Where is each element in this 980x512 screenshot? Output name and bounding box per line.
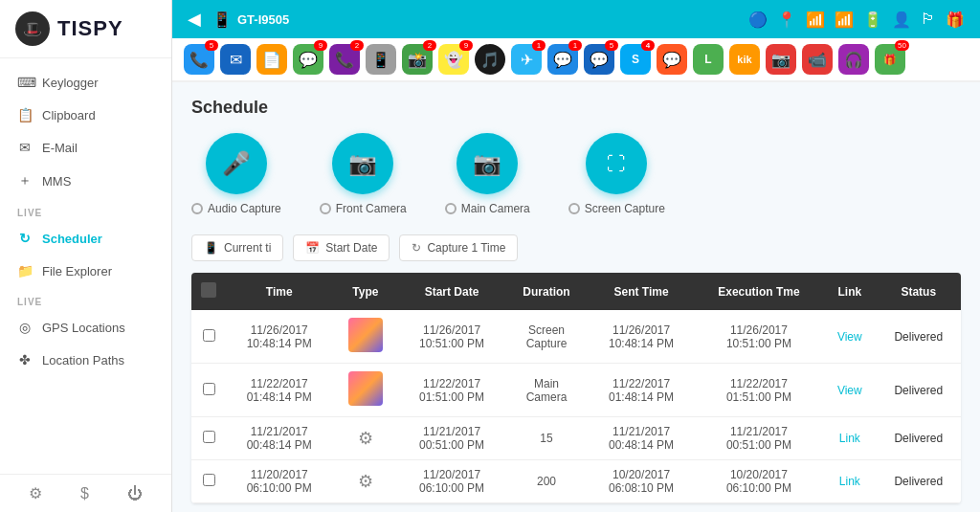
app-icon-phone[interactable]: 📞5	[184, 44, 214, 75]
app-icon-purple[interactable]: 🎧	[838, 44, 869, 75]
schedule-main-camera[interactable]: 📷 Main Camera	[445, 133, 530, 215]
sidebar-item-label: File Explorer	[42, 264, 112, 278]
row-link-1[interactable]: View	[823, 364, 876, 417]
row-exec-time-1: 11/22/2017 01:51:00 PM	[695, 364, 823, 417]
app-icon-fb[interactable]: 💬5	[584, 44, 614, 75]
app-icon-messenger[interactable]: 💬1	[547, 44, 578, 75]
row-link-0[interactable]: View	[823, 310, 876, 364]
screen-capture-btn[interactable]: ⛶	[586, 133, 647, 194]
user-avatar[interactable]: 👤	[892, 11, 911, 29]
clipboard-icon: 📋	[17, 107, 33, 122]
bluetooth-icon: 🔵	[748, 11, 768, 29]
schedule-audio-capture[interactable]: 🎤 Audio Capture	[191, 133, 281, 215]
filter-start-date[interactable]: 📅 Start Date	[293, 234, 390, 261]
row-link-2[interactable]: Link	[823, 417, 876, 460]
front-camera-btn[interactable]: 📷	[332, 133, 393, 194]
app-icon-telegram[interactable]: ✈1	[511, 44, 542, 75]
schedule-front-camera[interactable]: 📷 Front Camera	[320, 133, 407, 215]
row-start-date-1: 11/22/2017 01:51:00 PM	[398, 364, 504, 417]
app-icon-red-cam[interactable]: 📷	[766, 44, 796, 75]
filters-row: 📱 Current ti 📅 Start Date ↻ Capture 1 Ti…	[191, 234, 961, 261]
row-checkbox-0[interactable]	[203, 329, 215, 342]
logo-container: 🎩 TISPY	[0, 0, 171, 58]
schedule-icons: 🎤 Audio Capture 📷 Front Camera 📷 Main Ca…	[191, 133, 961, 215]
sidebar-item-location-paths[interactable]: ✤ Location Paths	[0, 344, 171, 376]
gps-icon: ◎	[17, 320, 33, 335]
filter-current-time[interactable]: 📱 Current ti	[191, 234, 283, 261]
row-exec-time-0: 11/26/2017 10:51:00 PM	[695, 310, 823, 364]
filter-capture-time[interactable]: ↻ Capture 1 Time	[399, 234, 518, 261]
row-checkbox-1[interactable]	[203, 383, 215, 395]
sidebar-item-scheduler[interactable]: ↻ Scheduler	[0, 222, 171, 255]
col-duration: Duration	[505, 273, 589, 310]
sidebar-section-live-1: LIVE	[0, 198, 171, 222]
app-icon-camera[interactable]: 📸2	[402, 44, 433, 75]
app-icon-video[interactable]: 📹	[802, 44, 833, 75]
dollar-icon[interactable]: $	[80, 485, 89, 502]
row-checkbox-cell	[191, 364, 226, 417]
logo-text: TISPY	[57, 16, 123, 41]
main-camera-label: Main Camera	[445, 202, 530, 215]
sidebar-item-email[interactable]: ✉ E-Mail	[0, 131, 171, 164]
row-sent-time-1: 11/22/2017 01:48:14 PM	[588, 364, 694, 417]
main-camera-btn[interactable]: 📷	[457, 133, 518, 194]
row-status-2: Delivered	[877, 417, 961, 460]
app-icon-email[interactable]: ✉	[220, 44, 251, 75]
row-duration-0: Screen Capture	[505, 310, 589, 364]
app-icon-kik[interactable]: kik	[729, 44, 760, 75]
app-icon-skype[interactable]: S4	[620, 44, 651, 75]
sidebar-item-gps[interactable]: ◎ GPS Locations	[0, 311, 171, 344]
sidebar-item-mms[interactable]: ＋ MMS	[0, 164, 171, 198]
sidebar-item-clipboard[interactable]: 📋 Clipboard	[0, 99, 171, 131]
audio-capture-radio[interactable]	[191, 203, 203, 214]
front-camera-radio[interactable]	[320, 203, 331, 214]
app-icon-orange[interactable]: 💬	[657, 44, 687, 75]
sidebar: 🎩 TISPY ⌨ Keylogger 📋 Clipboard ✉ E-Mail…	[0, 0, 172, 512]
app-icon-line[interactable]: L	[693, 44, 724, 75]
row-type-0	[332, 310, 398, 364]
signal-icon: 📶	[835, 11, 854, 29]
flag-icon: 🏳	[921, 11, 936, 28]
file-explorer-icon: 📁	[17, 263, 33, 278]
power-icon[interactable]: ⏻	[127, 485, 143, 502]
settings-icon[interactable]: ⚙	[29, 484, 42, 502]
sidebar-item-file-explorer[interactable]: 📁 File Explorer	[0, 255, 171, 287]
table-row: 11/26/2017 10:48:14 PM 11/26/2017 10:51:…	[191, 310, 961, 364]
type-gear-icon: ⚙	[358, 429, 373, 448]
location-icon: 📍	[777, 11, 796, 29]
sidebar-item-label: Keylogger	[42, 76, 99, 90]
row-checkbox-2[interactable]	[203, 431, 215, 443]
schedule-screen-capture[interactable]: ⛶ Screen Capture	[568, 133, 665, 215]
app-icon-doc[interactable]: 📄	[256, 44, 287, 75]
col-type: Type	[332, 273, 398, 310]
app-icon-whatsapp[interactable]: 💬9	[293, 44, 323, 75]
device-name: GT-I9505	[237, 12, 289, 27]
row-link-3[interactable]: Link	[823, 460, 876, 503]
app-icon-snapchat[interactable]: 👻9	[438, 44, 469, 75]
main-camera-radio[interactable]	[445, 203, 457, 214]
audio-capture-label: Audio Capture	[191, 202, 281, 215]
app-icon-game[interactable]: 🎁50	[875, 44, 905, 75]
audio-capture-btn[interactable]: 🎤	[206, 133, 267, 194]
sidebar-item-label: GPS Locations	[42, 321, 125, 335]
row-time-2: 11/21/2017 00:48:14 PM	[226, 417, 332, 460]
screen-capture-label: Screen Capture	[568, 202, 665, 215]
row-type-2: ⚙	[332, 417, 398, 460]
back-button[interactable]: ◀	[188, 9, 201, 30]
sidebar-item-keylogger[interactable]: ⌨ Keylogger	[0, 66, 171, 99]
topbar: ◀ 📱 GT-I9505 🔵 📍 📶 📶 🔋 👤 🏳 🎁	[172, 0, 980, 38]
row-time-1: 11/22/2017 01:48:14 PM	[226, 364, 332, 417]
row-duration-1: Main Camera	[505, 364, 589, 417]
row-checkbox-3[interactable]	[203, 474, 215, 486]
col-start-date: Start Date	[398, 273, 504, 310]
screen-capture-radio[interactable]	[568, 203, 580, 214]
app-icon-viber[interactable]: 📞2	[329, 44, 360, 75]
row-sent-time-0: 11/26/2017 10:48:14 PM	[588, 310, 694, 364]
row-checkbox-cell	[191, 310, 226, 364]
row-start-date-3: 11/20/2017 06:10:00 PM	[398, 460, 504, 503]
sidebar-nav: ⌨ Keylogger 📋 Clipboard ✉ E-Mail ＋ MMS L…	[0, 58, 171, 474]
app-icon-music[interactable]: 🎵	[475, 44, 505, 75]
row-duration-3: 200	[505, 460, 589, 503]
col-time: Time	[226, 273, 332, 310]
app-icon-grey[interactable]: 📱	[366, 44, 396, 75]
